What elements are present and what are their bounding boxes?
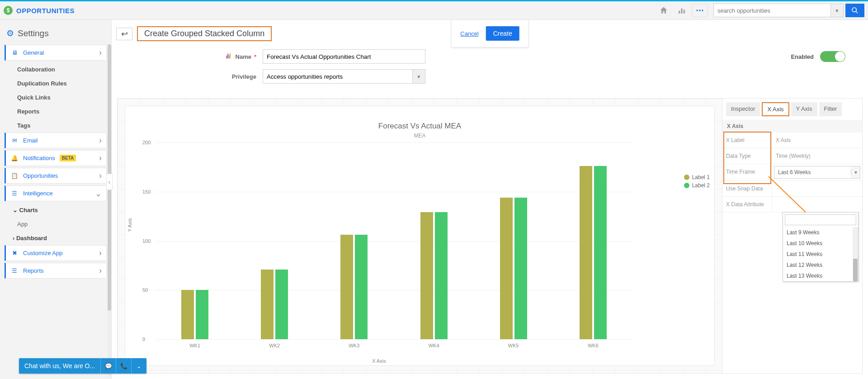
wrench-icon: ✖ <box>10 250 19 256</box>
sidebar-item-intelligence[interactable]: ☰Intelligence <box>5 185 107 201</box>
snap-field-value[interactable] <box>772 181 862 196</box>
svg-rect-9 <box>227 53 228 58</box>
xlabel-field-value[interactable]: X Axis <box>772 133 862 148</box>
dropdown-option[interactable]: Last 10 Weeks <box>783 238 858 249</box>
tab-y-axis[interactable]: Y Axis <box>791 102 817 116</box>
enabled-toggle[interactable] <box>820 51 845 62</box>
search-button[interactable] <box>845 4 864 17</box>
bell-icon: 🔔 <box>10 155 19 161</box>
collapse-sidebar-handle[interactable]: ‹ <box>106 174 113 190</box>
sidebar-item-app[interactable]: App <box>5 217 107 231</box>
more-icon[interactable] <box>692 4 708 17</box>
chat-phone-icon[interactable]: 📞 <box>116 358 131 374</box>
action-bar: Cancel Create <box>451 20 529 47</box>
tab-x-axis[interactable]: X Axis <box>762 102 789 116</box>
panel-section-header: X Axis <box>722 120 862 133</box>
sidebar-title: ⚙ Settings <box>5 24 107 45</box>
sidebar-scrollbar[interactable] <box>108 44 111 377</box>
home-icon[interactable] <box>656 4 672 17</box>
sidebar-item-quick-links[interactable]: Quick Links <box>5 90 107 104</box>
dropdown-scrollbar[interactable] <box>853 227 858 281</box>
svg-line-13 <box>854 220 855 220</box>
y-tick: 50 <box>142 287 148 293</box>
bar <box>420 212 433 339</box>
sidebar-item-reports[interactable]: ☰Reports <box>5 263 107 279</box>
svg-rect-0 <box>679 11 680 14</box>
chat-collapse-icon[interactable]: ⌄ <box>131 358 146 374</box>
back-button[interactable]: ↩ <box>116 28 132 40</box>
sidebar-item-general[interactable]: 🖥General <box>5 45 107 61</box>
snap-field-label: Use Snap Data <box>722 181 772 196</box>
svg-point-6 <box>852 8 856 12</box>
xattr-field-label: X Data Attribute <box>722 197 772 212</box>
list-icon: ☰ <box>10 267 19 274</box>
search-input[interactable] <box>713 4 831 17</box>
name-label: Name* <box>166 52 256 61</box>
timeframe-dropdown: Last 9 WeeksLast 10 WeeksLast 11 WeeksLa… <box>783 212 859 282</box>
svg-rect-1 <box>681 9 683 14</box>
tab-filter[interactable]: Filter <box>819 102 842 116</box>
xlabel-field-label: X Label <box>722 133 772 148</box>
top-bar: $ OPPORTUNITIES ▾ <box>0 0 868 20</box>
x-tick: WK5 <box>508 343 519 348</box>
chart-preview: Forecast Vs Actual MEA MEA Y Axis 050100… <box>125 106 715 366</box>
create-button[interactable]: Create <box>486 26 519 41</box>
bar <box>514 198 527 339</box>
gear-icon: ⚙ <box>6 28 14 38</box>
y-tick: 0 <box>142 336 145 342</box>
svg-rect-2 <box>684 10 685 14</box>
chart-legend: Label 1Label 2 <box>684 174 710 190</box>
timeframe-select[interactable]: Last 6 Weeks ▾ <box>774 166 860 179</box>
content-area: ‹ ↩ Create Grouped Stacked Column Cancel… <box>111 20 868 379</box>
x-tick: WK6 <box>588 343 599 348</box>
svg-point-12 <box>854 219 854 220</box>
dropdown-option[interactable]: Last 13 Weeks <box>783 270 858 281</box>
sidebar-item-tags[interactable]: Tags <box>5 118 107 133</box>
dropdown-option[interactable]: Last 11 Weeks <box>783 249 858 260</box>
bar <box>181 290 194 339</box>
tab-inspector[interactable]: Inspector <box>726 102 760 116</box>
xattr-field-value[interactable] <box>772 197 862 212</box>
sidebar-item-email[interactable]: ✉Email <box>5 133 107 148</box>
sidebar-item-dashboard[interactable]: › Dashboard <box>5 231 107 245</box>
name-input[interactable] <box>263 49 425 64</box>
datatype-field-value[interactable]: Time (Weekly) <box>772 148 862 164</box>
sidebar-item-notifications[interactable]: 🔔NotificationsBETA <box>5 150 107 166</box>
brand: $ OPPORTUNITIES <box>4 6 75 15</box>
sidebar-item-duplication-rules[interactable]: Duplication Rules <box>5 76 107 90</box>
privilege-select[interactable] <box>263 69 413 84</box>
settings-sidebar: ⚙ Settings 🖥GeneralCollaborationDuplicat… <box>0 20 111 379</box>
sidebar-item-opportunities[interactable]: 📋Opportunities <box>5 168 107 184</box>
bar <box>580 166 592 339</box>
sidebar-item-customize-app[interactable]: ✖Customize App <box>5 245 107 261</box>
svg-rect-11 <box>230 53 231 58</box>
column-chart-icon <box>226 52 233 61</box>
sidebar-item-reports[interactable]: Reports <box>5 104 107 118</box>
x-axis-label: X Axis <box>125 358 633 364</box>
bar-chart-icon[interactable] <box>674 4 690 17</box>
svg-rect-10 <box>228 55 229 58</box>
timeframe-field-label: Time Frame <box>722 164 772 180</box>
privilege-dropdown-button[interactable]: ▾ <box>413 69 425 84</box>
svg-line-7 <box>856 11 858 13</box>
search-dropdown-button[interactable]: ▾ <box>831 4 844 17</box>
dropdown-option[interactable]: Last 9 Weeks <box>783 227 858 238</box>
x-tick: WK2 <box>269 343 280 348</box>
x-tick: WK4 <box>429 343 439 348</box>
x-tick: WK3 <box>349 343 359 348</box>
sidebar-item-charts[interactable]: ⌄ Charts <box>5 203 107 217</box>
envelope-icon: ✉ <box>10 137 19 144</box>
cancel-link[interactable]: Cancel <box>460 30 478 37</box>
dropdown-option[interactable]: Last 12 Weeks <box>783 260 858 270</box>
y-axis-label: Y Axis <box>127 218 132 232</box>
chat-widget[interactable]: Chat with us, We are O... 💬 📞 ⌄ <box>19 358 146 374</box>
sidebar-title-text: Settings <box>18 28 49 38</box>
svg-point-5 <box>702 9 703 11</box>
list-icon: ☰ <box>10 190 19 197</box>
dropdown-search[interactable] <box>785 214 856 225</box>
dropdown-search-input[interactable] <box>786 216 854 224</box>
chat-message-icon[interactable]: 💬 <box>100 358 116 374</box>
chat-text: Chat with us, We are O... <box>19 362 100 370</box>
sidebar-item-collaboration[interactable]: Collaboration <box>5 62 107 76</box>
svg-point-4 <box>699 9 700 11</box>
